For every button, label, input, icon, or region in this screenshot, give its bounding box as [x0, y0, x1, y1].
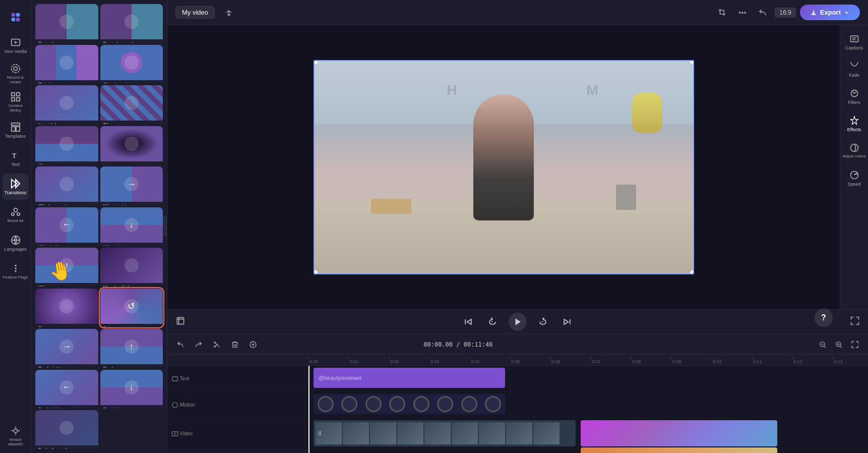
timeline-zoom-out[interactable]	[816, 337, 830, 352]
save-icon-btn[interactable]	[221, 5, 237, 21]
help-button[interactable]: ?	[815, 309, 833, 327]
right-panel-effects[interactable]: Effects	[843, 111, 866, 136]
play-pause-button[interactable]	[509, 313, 527, 331]
sidebar-item-your-media[interactable]: Your media	[3, 32, 29, 59]
right-panel-speed[interactable]: Speed	[843, 165, 866, 191]
sidebar-logo[interactable]	[3, 4, 29, 30]
transition-item-wipe-up[interactable]: ↑Wipe up	[35, 248, 98, 287]
transition-item-push-right[interactable]: →Push right	[35, 329, 98, 368]
sidebar-item-version[interactable]: Version e8bed50	[3, 423, 29, 449]
trim-button[interactable]	[175, 316, 185, 328]
project-title[interactable]: My video	[175, 6, 215, 19]
transition-item-ink[interactable]: Ink	[100, 126, 163, 165]
sidebar-item-content-library[interactable]: Content library	[3, 89, 29, 115]
video-track-clip[interactable]: ⏸	[314, 420, 576, 446]
transition-item-fade-through[interactable]: Fade through ...	[35, 410, 98, 449]
transition-thumb-circular-wipe	[100, 45, 163, 80]
text-track-clip[interactable]: @beautyreviewer	[314, 368, 505, 388]
timeline-add-audio[interactable]	[246, 337, 260, 352]
timeline-zoom-in[interactable]	[832, 337, 846, 352]
ruler-tick-line-5	[510, 356, 511, 359]
transition-item-wipe-down[interactable]: ↓Wipe down	[100, 207, 163, 246]
skip-back-button[interactable]	[460, 314, 476, 330]
transition-item-push-up[interactable]: ↑Push up	[100, 329, 163, 368]
ruler-tick-line-1	[349, 356, 349, 359]
rewind-5s-button[interactable]: 5	[484, 314, 501, 330]
transition-item-barn-doors-ve[interactable]: Barn doors - ve...	[35, 4, 98, 43]
sidebar-item-templates[interactable]: Templates	[3, 117, 29, 143]
export-button[interactable]: Export	[800, 5, 860, 20]
transition-item-liquid-drops[interactable]: Liquid drops	[35, 85, 98, 124]
timeline-undo[interactable]	[173, 337, 188, 352]
transition-item-push-down[interactable]: ↓Push down	[100, 370, 163, 409]
transition-item-morph-glitch[interactable]: Morph glitch	[100, 248, 163, 287]
right-panel-adjust-colors[interactable]: Adjust colors	[843, 138, 866, 163]
ruler-tick-line-10	[712, 356, 712, 359]
left-sidebar: Your media Record & create Content libra…	[0, 0, 31, 453]
forward-5s-button[interactable]: 5	[535, 314, 551, 330]
fullscreen-button[interactable]	[850, 316, 860, 328]
right-panel-filters[interactable]: Filters	[843, 84, 866, 109]
transition-item-wipe-right[interactable]: →Wipe right	[100, 166, 163, 205]
main-area: My video	[167, 0, 868, 453]
transition-label-barn-doors-ve: Barn doors - ve...	[35, 39, 98, 43]
panel-collapse-button[interactable]: ‹	[163, 216, 167, 237]
color-track-clip[interactable]	[581, 420, 777, 446]
svg-text:5: 5	[542, 320, 543, 323]
timeline-fit[interactable]	[848, 337, 862, 352]
transition-item-thirds[interactable]: Thirds	[35, 45, 98, 84]
transition-item-push-left[interactable]: ←Push left	[35, 370, 98, 409]
motion-track-clip[interactable]	[314, 394, 505, 414]
transition-icon-zoom-out	[59, 299, 74, 313]
svg-point-56	[172, 402, 178, 408]
transition-item-close[interactable]: Close	[35, 126, 98, 165]
more-options-btn[interactable]	[734, 5, 751, 21]
svg-rect-1	[16, 13, 19, 17]
aspect-ratio-badge[interactable]: 16:9	[775, 8, 795, 18]
svg-point-28	[745, 12, 746, 13]
orange-track-clip[interactable]	[581, 447, 777, 453]
corner-handle-bl[interactable]	[314, 270, 318, 274]
timeline-scissors[interactable]	[210, 337, 224, 352]
undo-btn[interactable]	[755, 5, 771, 21]
timeline-delete[interactable]	[228, 337, 242, 352]
transition-item-spin[interactable]: ↺Spin	[100, 289, 163, 327]
transition-icon-barn-doors-ve	[59, 15, 74, 29]
sidebar-item-transitions[interactable]: Transitions	[3, 174, 29, 200]
transition-item-zoom-out[interactable]: Zoom out	[35, 289, 98, 327]
sidebar-item-languages[interactable]: Languages	[3, 230, 29, 256]
transition-item-wipe-left[interactable]: ←Wipe left	[35, 207, 98, 246]
transition-thumb-glitch-reveal	[35, 166, 98, 202]
crop-tool-btn[interactable]	[714, 5, 730, 21]
right-panel: Captions Fade Filters Effects	[840, 25, 868, 309]
transition-label-morph-glitch: Morph glitch	[100, 283, 163, 287]
ruler-tick-line-13	[833, 356, 833, 359]
transition-label-push-left: Push left	[35, 405, 98, 409]
transition-item-glitch-reveal[interactable]: Glitch reveal	[35, 166, 98, 205]
corner-handle-br[interactable]	[690, 270, 694, 274]
transition-icon-spin: ↺	[125, 299, 139, 313]
sidebar-item-record-create[interactable]: Record & create	[3, 61, 29, 87]
transition-item-barn-doors-h[interactable]: Barn doors - h...	[100, 4, 163, 43]
transition-icon-ink	[125, 137, 139, 151]
transition-icon-wipe-right: →	[125, 177, 139, 191]
transition-item-tiles[interactable]: Tiles	[100, 85, 163, 124]
transition-thumb-barn-doors-h	[100, 4, 163, 39]
sidebar-item-text[interactable]: T Text	[3, 145, 29, 172]
ruler-tick-12: 0:12	[792, 356, 833, 364]
video-thumb-5	[424, 422, 451, 444]
svg-point-27	[742, 12, 743, 13]
skip-forward-button[interactable]	[559, 314, 575, 330]
svg-line-44	[215, 344, 217, 346]
svg-marker-38	[516, 318, 521, 325]
right-panel-fade[interactable]: Fade	[843, 56, 866, 82]
ruler-tick-0: 0:00	[308, 356, 349, 364]
transition-item-circular-wipe[interactable]: Circular wipe	[100, 45, 163, 84]
timeline-redo[interactable]	[192, 337, 206, 352]
transition-thumb-wipe-up: ↑	[35, 248, 98, 283]
sidebar-item-feature-flags[interactable]: Feature Flags	[3, 258, 29, 285]
ruler-tick-11: 0:11	[752, 356, 792, 364]
right-panel-captions[interactable]: Captions	[843, 29, 866, 54]
svg-point-26	[739, 12, 740, 13]
sidebar-item-brand-kit[interactable]: Brand kit	[3, 202, 29, 228]
